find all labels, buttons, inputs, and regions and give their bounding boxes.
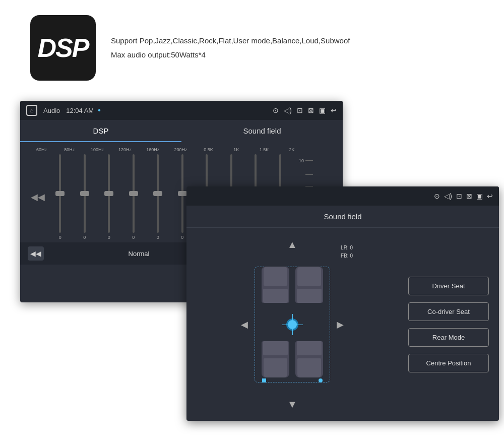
close-icon[interactable]: ⊠ <box>308 106 314 114</box>
sf-arrow-up[interactable]: ▲ <box>287 239 297 250</box>
eq-slider-60hz[interactable]: 0 <box>48 154 73 240</box>
eq-label-2k: 2K <box>281 147 302 152</box>
eq-handle-120hz[interactable] <box>129 191 138 196</box>
eq-label-80hz: 80Hz <box>59 147 80 152</box>
car-seats-container: LR: 0 FB: 0 ▲ ◀ ▶ <box>237 239 348 410</box>
eq-slider-160hz[interactable]: 0 <box>146 154 170 240</box>
eq-val-80hz: 0 <box>83 235 86 240</box>
eq-track-120hz[interactable] <box>133 154 135 233</box>
window-icon[interactable]: ▣ <box>319 106 326 114</box>
eq-handle-80hz[interactable] <box>80 191 89 196</box>
app-name: Audio <box>43 107 60 114</box>
eq-track-80hz[interactable] <box>84 154 86 233</box>
sf-title: Sound field <box>324 212 361 221</box>
eq-val-60hz: 0 <box>59 235 61 240</box>
sf-buttons-panel: Driver Seat Co-driver Seat Rear Mode Cen… <box>398 228 499 421</box>
dsp-desc-line1: Support Pop,Jazz,Classic,Rock,Flat,User … <box>111 34 474 48</box>
rear-right-seat <box>295 341 323 377</box>
front-seats-row <box>262 267 323 303</box>
sf-title-bar: Sound field <box>186 206 499 228</box>
sf-arrow-right[interactable]: ▶ <box>337 319 344 330</box>
front-left-seat <box>262 267 289 303</box>
eq-handle-100hz[interactable] <box>104 191 113 196</box>
eq-left-arrow[interactable]: ◀◀ <box>28 192 48 203</box>
sf-window-icon[interactable]: ▣ <box>476 192 483 200</box>
sf-close-icon[interactable]: ⊠ <box>466 192 472 200</box>
sf-back-icon[interactable]: ↩ <box>487 192 493 200</box>
dsp-description: Support Pop,Jazz,Classic,Rock,Flat,User … <box>111 34 474 62</box>
sf-arrow-left[interactable]: ◀ <box>241 319 248 330</box>
rear-seats-row <box>262 341 323 377</box>
eq-val-200hz: 0 <box>181 235 183 240</box>
eq-val-160hz: 0 <box>157 235 159 240</box>
sf-camera-icon[interactable]: ⊡ <box>456 192 462 200</box>
screen-soundfield: ⊙ ◁) ⊡ ⊠ ▣ ↩ Sound field LR: 0 FB: 0 <box>186 186 499 421</box>
dsp-header-section: DSP Support Pop,Jazz,Classic,Rock,Flat,U… <box>0 0 504 96</box>
eq-track-60hz[interactable] <box>59 154 61 233</box>
eq-track-160hz[interactable] <box>157 154 159 233</box>
sf-seats-area: LR: 0 FB: 0 ▲ ◀ ▶ <box>186 228 398 421</box>
rear-mode-button[interactable]: Rear Mode <box>408 328 489 347</box>
tab-dsp[interactable]: DSP <box>20 120 181 142</box>
eq-track-100hz[interactable] <box>108 154 110 233</box>
eq-slider-80hz[interactable]: 0 <box>73 154 97 240</box>
front-right-seat <box>295 267 323 303</box>
center-crosshair <box>286 319 298 331</box>
dsp-desc-line2: Max audio output:50Watts*4 <box>111 48 474 62</box>
screens-wrapper: ⌂ Audio 12:04 AM • ⊙ ◁) ⊡ ⊠ ▣ ↩ DSP Soun… <box>20 101 489 428</box>
eq-val-120hz: 0 <box>132 235 135 240</box>
eq-slider-120hz[interactable]: 0 <box>121 154 146 240</box>
eq-labels: 60Hz 80Hz 100Hz 120Hz 160Hz 200Hz 0.5K 1… <box>28 147 335 152</box>
dot-deco-right <box>319 378 323 383</box>
centre-position-button[interactable]: Centre Position <box>408 354 489 372</box>
eq-label-120hz: 120Hz <box>114 147 136 152</box>
back-icon[interactable]: ↩ <box>331 106 337 114</box>
eq-handle-200hz[interactable] <box>178 191 187 196</box>
volume-icon[interactable]: ◁) <box>284 106 292 114</box>
co-driver-seat-button[interactable]: Co-driver Seat <box>408 302 489 321</box>
sf-arrow-down[interactable]: ▼ <box>287 399 297 410</box>
dot-deco-left <box>262 378 266 383</box>
eq-val-100hz: 0 <box>108 235 110 240</box>
sf-status-bar: ⊙ ◁) ⊡ ⊠ ▣ ↩ <box>186 186 499 206</box>
sf-volume-icon[interactable]: ◁) <box>444 192 452 200</box>
eq-slider-100hz[interactable]: 0 <box>97 154 121 240</box>
status-bar-dsp: ⌂ Audio 12:04 AM • ⊙ ◁) ⊡ ⊠ ▣ ↩ <box>20 101 343 120</box>
tab-soundfield[interactable]: Sound field <box>181 120 343 142</box>
fb-value: FB: 0 <box>341 252 353 260</box>
db-plus10: 10 <box>299 158 304 163</box>
camera-icon[interactable]: ⊡ <box>297 106 303 114</box>
dsp-logo: DSP <box>30 15 96 81</box>
eq-label-60hz: 60Hz <box>31 147 52 152</box>
eq-label-100hz: 100Hz <box>87 147 108 152</box>
status-icons: ⊙ ◁) ⊡ ⊠ ▣ ↩ <box>273 106 337 114</box>
rear-left-seat <box>262 341 289 377</box>
eq-handle-60hz[interactable] <box>55 191 65 196</box>
prev-mode-button[interactable]: ◀◀ <box>28 246 44 261</box>
home-icon[interactable]: ⌂ <box>26 105 37 116</box>
sf-content: LR: 0 FB: 0 ▲ ◀ ▶ <box>186 228 499 421</box>
tabs-bar: DSP Sound field <box>20 120 343 142</box>
location-icon[interactable]: ⊙ <box>273 106 279 114</box>
driver-seat-button[interactable]: Driver Seat <box>408 277 489 295</box>
eq-handle-160hz[interactable] <box>153 191 162 196</box>
dsp-logo-text: DSP <box>38 33 89 63</box>
eq-label-160hz: 160Hz <box>142 147 163 152</box>
eq-label-05k: 0.5K <box>198 147 219 152</box>
sf-location-icon[interactable]: ⊙ <box>434 192 440 200</box>
lr-fb-info: LR: 0 FB: 0 <box>341 244 353 260</box>
eq-label-200hz: 200Hz <box>170 147 191 152</box>
eq-track-200hz[interactable] <box>181 154 183 233</box>
lr-value: LR: 0 <box>341 244 353 252</box>
eq-label-15k: 1.5K <box>254 147 275 152</box>
status-dot: • <box>98 106 101 115</box>
eq-label-1k: 1K <box>226 147 247 152</box>
time-display: 12:04 AM <box>66 107 94 114</box>
